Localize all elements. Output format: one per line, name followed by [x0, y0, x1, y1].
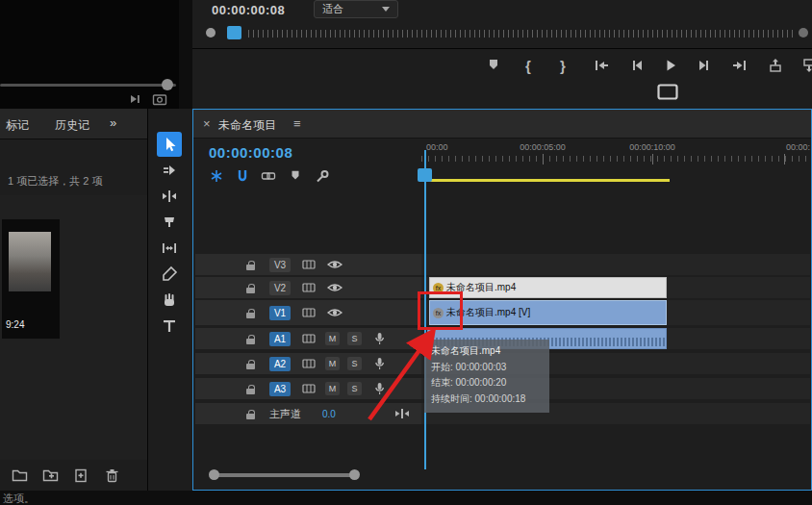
toggle-output-eye-icon[interactable]: [327, 308, 343, 317]
track-header-v1[interactable]: V1: [195, 300, 421, 325]
lock-icon[interactable]: [243, 383, 257, 395]
hand-tool-button[interactable]: [157, 288, 182, 313]
slip-tool-button[interactable]: [157, 236, 182, 261]
monitor-mini-ruler[interactable]: [248, 30, 797, 38]
clip-v1[interactable]: fx 未命名项目.mp4 [V]: [429, 300, 667, 325]
camera-icon[interactable]: [152, 92, 167, 106]
voiceover-mic-icon[interactable]: [373, 332, 386, 345]
hscroll-thumb[interactable]: [214, 473, 355, 477]
zoom-scrollbar-handle[interactable]: [162, 79, 173, 90]
lock-icon[interactable]: [243, 408, 257, 420]
monitor-zoom-handle-left[interactable]: [206, 28, 216, 38]
track-header-a1[interactable]: A1 M S: [195, 328, 421, 349]
track-target-button[interactable]: A1: [269, 332, 291, 346]
new-item-button[interactable]: [71, 467, 90, 484]
lock-icon[interactable]: [243, 358, 257, 370]
mute-button[interactable]: M: [325, 382, 340, 395]
type-tool-button[interactable]: [157, 314, 182, 339]
lock-icon[interactable]: [243, 307, 257, 319]
track-header-v2[interactable]: V2: [195, 277, 421, 298]
track-target-button[interactable]: A3: [269, 382, 291, 396]
step-back-button[interactable]: [625, 54, 648, 77]
track-header-a2[interactable]: A2 M S: [195, 353, 421, 374]
timeline-settings-button[interactable]: [313, 166, 332, 186]
track-header-master[interactable]: 主声道 0.0: [195, 403, 421, 424]
go-to-in-button[interactable]: [590, 54, 613, 77]
sync-lock-icon[interactable]: [302, 383, 316, 394]
hscroll-handle-left[interactable]: [209, 469, 219, 480]
voiceover-mic-icon[interactable]: [373, 382, 386, 395]
ripple-edit-tool-button[interactable]: [157, 184, 182, 209]
sync-lock-icon[interactable]: [302, 307, 316, 318]
delete-button[interactable]: [102, 467, 121, 484]
track-header-a3[interactable]: A3 M S: [195, 378, 421, 399]
mark-in-button[interactable]: {: [517, 54, 540, 77]
solo-button[interactable]: S: [347, 357, 362, 370]
play-icon: [663, 58, 678, 73]
go-to-out-button[interactable]: [728, 54, 751, 77]
selection-tool-button[interactable]: [157, 132, 182, 157]
zoom-level-dropdown[interactable]: 适合: [314, 0, 398, 18]
tab-overflow-chevrons[interactable]: »: [110, 115, 116, 130]
lock-icon[interactable]: [243, 333, 257, 345]
timeline-tab-title[interactable]: 未命名项目: [218, 117, 276, 134]
playhead-grabber[interactable]: [418, 168, 432, 182]
hscroll-handle-right[interactable]: [349, 469, 360, 480]
zoom-level-value: 适合: [322, 2, 343, 16]
master-track-label: 主声道: [269, 407, 301, 421]
sync-lock-icon[interactable]: [302, 259, 316, 270]
extract-button[interactable]: [798, 54, 812, 77]
time-ruler[interactable]: 00:00 00:00:05:00 00:00:10:00 00:00:15: [421, 139, 810, 164]
mute-button[interactable]: M: [325, 332, 340, 345]
track-lane-v3[interactable]: [421, 254, 810, 275]
project-item-thumbnail[interactable]: 9:24: [2, 219, 60, 339]
monitor-zoom-handle-right[interactable]: [799, 28, 808, 38]
lift-button[interactable]: [764, 54, 787, 77]
toggle-output-eye-icon[interactable]: [327, 260, 343, 269]
pan-icon[interactable]: [394, 407, 410, 420]
lock-icon[interactable]: [243, 282, 257, 294]
snap-button[interactable]: [233, 166, 252, 186]
new-folder-button[interactable]: [10, 467, 29, 484]
play-button[interactable]: [659, 54, 682, 77]
close-icon[interactable]: ×: [203, 116, 211, 131]
solo-button[interactable]: S: [347, 332, 362, 345]
sync-lock-icon[interactable]: [302, 358, 316, 369]
lock-icon[interactable]: [243, 259, 257, 271]
sync-lock-icon[interactable]: [302, 282, 316, 293]
step-forward-button[interactable]: [693, 54, 716, 77]
tooltip-title: 未命名项目.mp4: [431, 343, 543, 360]
timeline-timecode[interactable]: 00:00:00:08: [209, 144, 292, 161]
track-target-button[interactable]: V3: [269, 258, 291, 272]
track-target-button[interactable]: V1: [269, 306, 291, 320]
toggle-output-eye-icon[interactable]: [327, 283, 343, 292]
step-icon[interactable]: [129, 93, 141, 105]
track-target-button[interactable]: V2: [269, 281, 291, 295]
track-select-forward-tool-button[interactable]: [157, 158, 182, 183]
linked-selection-button[interactable]: [259, 166, 278, 186]
tab-markers[interactable]: 标记: [6, 117, 29, 134]
master-level-value[interactable]: 0.0: [322, 409, 336, 419]
tab-history[interactable]: 历史记: [55, 117, 89, 134]
panel-menu-icon[interactable]: ≡: [293, 116, 301, 131]
track-target-button[interactable]: A2: [269, 357, 291, 371]
add-marker-button-timeline[interactable]: [286, 166, 305, 186]
razor-tool-button[interactable]: [157, 210, 182, 235]
monitor-playhead-thumb[interactable]: [227, 26, 241, 39]
wrench-icon: [316, 169, 330, 184]
new-bin-button[interactable]: [40, 467, 60, 484]
insert-nest-button[interactable]: [207, 166, 226, 186]
zoom-scrollbar[interactable]: [0, 84, 176, 87]
solo-button[interactable]: S: [347, 382, 362, 395]
program-timecode[interactable]: 00:00:00:08: [212, 3, 285, 17]
project-panel: 标记 历史记 » 1 项已选择，共 2 项 9:24: [0, 109, 147, 491]
sync-lock-icon[interactable]: [302, 333, 316, 344]
mute-button[interactable]: M: [325, 357, 340, 370]
add-marker-button[interactable]: [482, 54, 505, 77]
pen-tool-button[interactable]: [157, 262, 182, 287]
export-frame-button[interactable]: [656, 82, 679, 101]
voiceover-mic-icon[interactable]: [373, 357, 386, 370]
clip-v2[interactable]: fx 未命名项目.mp4: [429, 277, 667, 298]
track-header-v3[interactable]: V3: [195, 254, 421, 275]
mark-out-button[interactable]: }: [551, 54, 574, 77]
